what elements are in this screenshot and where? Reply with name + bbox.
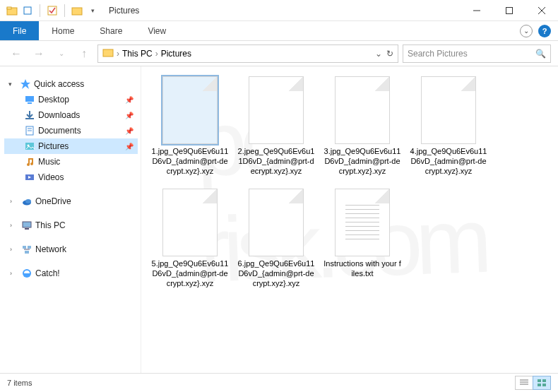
details-view-button[interactable]: [515, 376, 533, 390]
folder-icon: [6, 4, 18, 17]
pin-icon: 📌: [125, 112, 133, 119]
file-name: Instructions with your files.txt: [323, 259, 401, 279]
separator: [40, 4, 40, 17]
sidebar-item-this pc[interactable]: ›This PC: [4, 218, 138, 233]
thispc-icon: [21, 220, 32, 231]
sidebar-item-network[interactable]: ›Network: [4, 242, 138, 257]
thumbnails-view-button[interactable]: [533, 376, 551, 390]
tab-share[interactable]: Share: [87, 21, 135, 40]
file-name: 2.jpeg_Qe9Qu6Ev6u11D6vD_{admin@prt-decry…: [237, 147, 315, 176]
tab-home[interactable]: Home: [39, 21, 87, 40]
svg-rect-2: [24, 7, 31, 14]
file-thumb: [162, 76, 218, 144]
expand-caret-icon[interactable]: ▾: [8, 81, 17, 88]
file-thumb: [249, 189, 304, 256]
sidebar-item-videos[interactable]: Videos: [4, 170, 138, 185]
sidebar-item-catch![interactable]: ›Catch!: [4, 266, 138, 281]
file-thumb: [335, 189, 390, 256]
navigation-pane: ▾ Quick access Desktop📌Downloads📌Documen…: [0, 66, 141, 373]
expand-ribbon-icon[interactable]: ⌄: [520, 25, 533, 37]
address-bar[interactable]: › This PC › Pictures ⌄ ↻: [97, 44, 398, 63]
breadcrumb[interactable]: Pictures: [161, 49, 191, 59]
svg-rect-12: [28, 102, 32, 104]
sidebar-item-quick-access[interactable]: ▾ Quick access: [4, 76, 138, 92]
svg-rect-27: [25, 251, 29, 254]
pictures-icon: [24, 141, 35, 152]
sidebar-item-label: This PC: [35, 220, 138, 230]
music-icon: [24, 156, 35, 167]
pin-icon: 📌: [125, 127, 133, 135]
navbar: ← → ⌄ ↑ › This PC › Pictures ⌄ ↻ Search …: [0, 41, 558, 66]
up-button[interactable]: ↑: [75, 44, 93, 63]
close-button[interactable]: [526, 0, 558, 21]
chevron-right-icon[interactable]: ›: [117, 49, 119, 59]
svg-rect-35: [538, 384, 541, 386]
star-icon: [20, 78, 31, 90]
onedrive-icon: [21, 196, 32, 207]
svg-rect-6: [506, 7, 513, 13]
file-thumb: [335, 76, 390, 144]
file-name: 3.jpg_Qe9Qu6Ev6u11D6vD_{admin@prt-decryp…: [323, 147, 401, 176]
file-item[interactable]: Instructions with your files.txt: [323, 189, 401, 288]
sidebar-item-onedrive[interactable]: ›OneDrive: [4, 194, 138, 209]
sidebar-item-label: Catch!: [35, 268, 138, 278]
expand-caret-icon[interactable]: ›: [10, 246, 18, 253]
ribbon: File Home Share View ⌄ ?: [0, 21, 558, 41]
tab-view[interactable]: View: [135, 21, 179, 40]
minimize-button[interactable]: [461, 0, 493, 21]
checkbox-icon[interactable]: [46, 4, 59, 17]
refresh-icon[interactable]: ↻: [386, 49, 393, 59]
expand-caret-icon[interactable]: ›: [10, 222, 18, 229]
file-thumb: [249, 76, 304, 144]
forward-button[interactable]: →: [30, 44, 48, 63]
qat-dropdown-icon[interactable]: ▾: [86, 4, 99, 17]
help-icon[interactable]: ?: [538, 25, 551, 37]
pin-icon: 📌: [125, 143, 133, 150]
expand-caret-icon[interactable]: ›: [10, 198, 18, 205]
search-icon[interactable]: 🔍: [535, 49, 546, 59]
recent-locations-icon[interactable]: ⌄: [52, 44, 71, 63]
file-item[interactable]: 6.jpg_Qe9Qu6Ev6u11D6vD_{admin@prt-decryp…: [237, 189, 315, 288]
sidebar-item-pictures[interactable]: Pictures📌: [4, 138, 138, 154]
file-thumb: [421, 76, 476, 144]
svg-rect-1: [7, 7, 11, 9]
sidebar-item-downloads[interactable]: Downloads📌: [4, 107, 138, 123]
svg-marker-10: [20, 79, 30, 89]
sidebar-item-desktop[interactable]: Desktop📌: [4, 92, 138, 107]
desktop-icon: [24, 94, 35, 105]
search-placeholder: Search Pictures: [408, 49, 468, 59]
folder-icon[interactable]: [71, 4, 83, 17]
sidebar-item-label: Videos: [38, 172, 138, 182]
videos-icon: [24, 172, 35, 183]
sidebar-item-documents[interactable]: Documents📌: [4, 123, 138, 138]
file-tab[interactable]: File: [0, 21, 39, 40]
downloads-icon: [24, 109, 35, 121]
chevron-right-icon[interactable]: ›: [155, 49, 158, 59]
address-dropdown-icon[interactable]: ⌄: [375, 49, 382, 59]
svg-rect-13: [25, 118, 34, 119]
svg-rect-24: [25, 228, 29, 230]
file-list: 1.jpg_Qe9Qu6Ev6u11D6vD_{admin@prt-decryp…: [141, 66, 558, 373]
search-input[interactable]: Search Pictures 🔍: [403, 44, 551, 63]
svg-rect-4: [72, 8, 82, 15]
svg-rect-34: [542, 379, 546, 382]
expand-caret-icon[interactable]: ›: [10, 270, 18, 277]
file-item[interactable]: 5.jpg_Qe9Qu6Ev6u11D6vD_{admin@prt-decryp…: [151, 189, 229, 288]
svg-point-22: [25, 199, 31, 203]
svg-rect-36: [542, 384, 546, 386]
file-item[interactable]: 1.jpg_Qe9Qu6Ev6u11D6vD_{admin@prt-decryp…: [151, 76, 229, 176]
breadcrumb[interactable]: This PC: [122, 49, 153, 59]
back-button[interactable]: ←: [7, 44, 25, 63]
file-item[interactable]: 2.jpeg_Qe9Qu6Ev6u11D6vD_{admin@prt-decry…: [237, 76, 315, 176]
file-item[interactable]: 3.jpg_Qe9Qu6Ev6u11D6vD_{admin@prt-decryp…: [323, 76, 401, 176]
sidebar-item-label: Quick access: [34, 79, 138, 89]
file-item[interactable]: 4.jpg_Qe9Qu6Ev6u11D6vD_{admin@prt-decryp…: [410, 76, 487, 176]
item-count: 7 items: [7, 379, 32, 387]
maximize-button[interactable]: [493, 0, 526, 21]
sidebar-item-label: Desktop: [38, 95, 122, 105]
svg-rect-25: [23, 246, 26, 249]
catch-icon: [21, 268, 32, 279]
svg-rect-11: [25, 96, 34, 102]
folder-icon: [102, 47, 114, 60]
sidebar-item-music[interactable]: Music: [4, 154, 138, 170]
